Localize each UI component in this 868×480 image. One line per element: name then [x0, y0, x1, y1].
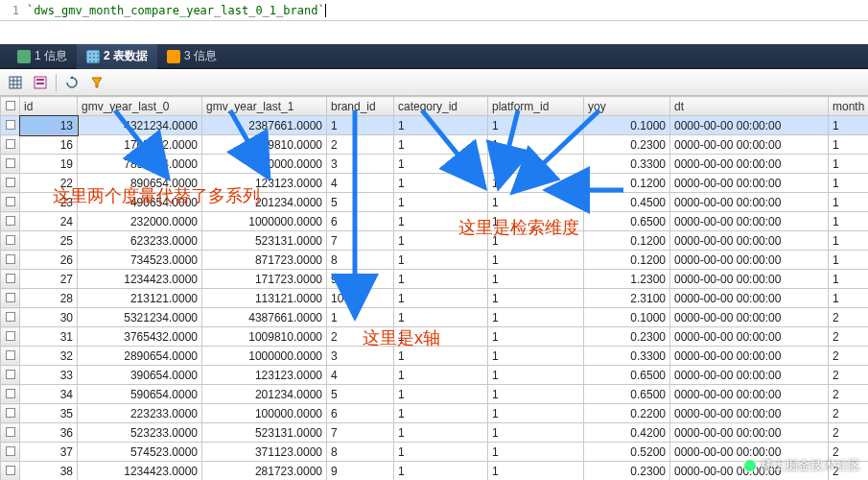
cell-month[interactable]: 2: [829, 404, 869, 423]
refresh-button[interactable]: [62, 73, 82, 92]
cell-id[interactable]: 38: [20, 462, 78, 481]
cell-g0[interactable]: 3765432.0000: [78, 327, 202, 347]
cell-dt[interactable]: 0000-00-00 00:00:00: [670, 251, 829, 270]
cell-category[interactable]: 1: [394, 366, 488, 385]
rowmark-cell[interactable]: [1, 443, 20, 462]
cell-dt[interactable]: 0000-00-00 00:00:00: [670, 155, 829, 174]
cell-dt[interactable]: 0000-00-00 00:00:00: [670, 116, 829, 135]
cell-category[interactable]: 1: [394, 404, 488, 423]
cell-month[interactable]: 2: [829, 308, 869, 327]
cell-g1[interactable]: 09810.0000: [202, 135, 327, 155]
cell-category[interactable]: 1: [394, 270, 488, 289]
cell-brand[interactable]: 8: [327, 251, 394, 270]
cell-g1[interactable]: 4387661.0000: [202, 308, 327, 327]
cell-category[interactable]: 1: [394, 116, 488, 135]
cell-brand[interactable]: 6: [327, 404, 394, 423]
cell-brand[interactable]: 9: [327, 462, 394, 481]
col-month[interactable]: month: [829, 97, 869, 116]
cell-g0[interactable]: 574523.0000: [78, 443, 202, 462]
cell-yoy[interactable]: 0.5200: [584, 443, 670, 462]
cell-category[interactable]: 1: [394, 251, 488, 270]
cell-yoy[interactable]: 0.1200: [584, 231, 670, 251]
cell-g0[interactable]: 623233.0000: [78, 231, 202, 251]
cell-dt[interactable]: 0000-00-00 00:00:00: [670, 174, 829, 193]
cell-g0[interactable]: 1234423.0000: [78, 462, 202, 481]
table-row[interactable]: 25623233.0000523131.00007110.12000000-00…: [1, 231, 869, 251]
cell-yoy[interactable]: 0.1200: [584, 251, 670, 270]
cell-id[interactable]: 34: [20, 385, 78, 404]
cell-yoy[interactable]: 0.1000: [584, 116, 670, 135]
col-category-id[interactable]: category_id: [394, 97, 488, 116]
cell-platform[interactable]: 1: [488, 289, 584, 308]
cell-id[interactable]: 16: [20, 135, 78, 155]
col-platform-id[interactable]: platform_id: [488, 97, 584, 116]
cell-yoy[interactable]: 0.2300: [584, 135, 670, 155]
table-row[interactable]: 37574523.0000371123.00008110.52000000-00…: [1, 443, 869, 462]
cell-yoy[interactable]: 0.6500: [584, 385, 670, 404]
sql-editor[interactable]: 1 `dws_gmv_month_compare_year_last_0_1_b…: [0, 0, 868, 21]
table-row[interactable]: 28213121.0000113121.000010112.31000000-0…: [1, 289, 869, 308]
cell-g0[interactable]: 4321234.0000: [78, 116, 202, 135]
cell-g1[interactable]: 113121.0000: [202, 289, 327, 308]
rowmark-cell[interactable]: [1, 174, 20, 193]
cell-brand[interactable]: 6: [327, 212, 394, 231]
tab-table-data[interactable]: 2 表数据: [77, 44, 157, 69]
data-grid-scroll[interactable]: id gmv_year_last_0 gmv_year_last_1 brand…: [0, 96, 868, 480]
cell-month[interactable]: 2: [829, 347, 869, 366]
cell-platform[interactable]: 1: [488, 193, 584, 212]
cell-g0[interactable]: 590654.0000: [78, 385, 202, 404]
cell-platform[interactable]: 1: [488, 270, 584, 289]
cell-dt[interactable]: 0000-00-00 00:00:00: [670, 193, 829, 212]
cell-category[interactable]: 1: [394, 135, 488, 155]
cell-g1[interactable]: 123123.0000: [202, 366, 327, 385]
cell-id[interactable]: 31: [20, 327, 78, 347]
cell-platform[interactable]: 1: [488, 251, 584, 270]
cell-dt[interactable]: 0000-00-00 00:00:00: [670, 231, 829, 251]
cell-brand[interactable]: 7: [327, 423, 394, 443]
cell-dt[interactable]: 0000-00-00 00:00:00: [670, 423, 829, 443]
rowmark-cell[interactable]: [1, 308, 20, 327]
cell-month[interactable]: 1: [829, 231, 869, 251]
rowmark-cell[interactable]: [1, 212, 20, 231]
col-id[interactable]: id: [20, 97, 78, 116]
cell-g0[interactable]: 1765432.0000: [78, 135, 202, 155]
cell-month[interactable]: 1: [829, 174, 869, 193]
cell-category[interactable]: 1: [394, 174, 488, 193]
cell-g1[interactable]: 201234.0000: [202, 385, 327, 404]
grid-view-button[interactable]: [6, 73, 25, 92]
cell-month[interactable]: 1: [829, 135, 869, 155]
cell-yoy[interactable]: 0.2200: [584, 404, 670, 423]
rowmark-cell[interactable]: [1, 193, 20, 212]
col-yoy[interactable]: yoy: [584, 97, 670, 116]
cell-category[interactable]: 1: [394, 155, 488, 174]
cell-platform[interactable]: 1: [488, 423, 584, 443]
rowmark-cell[interactable]: [1, 135, 20, 155]
rowmark-cell[interactable]: [1, 327, 20, 347]
table-row[interactable]: 35223233.0000100000.00006110.22000000-00…: [1, 404, 869, 423]
cell-platform[interactable]: 1: [488, 462, 584, 481]
col-gmv-last-0[interactable]: gmv_year_last_0: [78, 97, 202, 116]
cell-dt[interactable]: 0000-00-00 00:00:00: [670, 385, 829, 404]
rowmark-cell[interactable]: [1, 404, 20, 423]
cell-brand[interactable]: 3: [327, 155, 394, 174]
tab-info-1[interactable]: 1 信息: [8, 44, 77, 69]
cell-g1[interactable]: 281723.0000: [202, 462, 327, 481]
cell-g0[interactable]: 1234423.0000: [78, 270, 202, 289]
cell-category[interactable]: 1: [394, 193, 488, 212]
table-row[interactable]: 381234423.0000281723.00009110.23000000-0…: [1, 462, 869, 481]
cell-category[interactable]: 1: [394, 289, 488, 308]
cell-month[interactable]: 2: [829, 366, 869, 385]
cell-category[interactable]: 1: [394, 423, 488, 443]
cell-g0[interactable]: 232000.0000: [78, 212, 202, 231]
cell-g0[interactable]: 7890654.0000: [78, 155, 202, 174]
cell-g1[interactable]: 2387661.0000: [202, 116, 327, 135]
cell-dt[interactable]: 0000-00-00 00:00:00: [670, 289, 829, 308]
cell-id[interactable]: 13: [20, 116, 78, 135]
col-gmv-last-1[interactable]: gmv_year_last_1: [202, 97, 327, 116]
cell-yoy[interactable]: 0.2300: [584, 327, 670, 347]
rowmark-cell[interactable]: [1, 289, 20, 308]
rowmark-cell[interactable]: [1, 347, 20, 366]
cell-g1[interactable]: 100000.0000: [202, 404, 327, 423]
table-row[interactable]: 134321234.00002387661.00001110.10000000-…: [1, 116, 869, 135]
cell-brand[interactable]: 1: [327, 308, 394, 327]
